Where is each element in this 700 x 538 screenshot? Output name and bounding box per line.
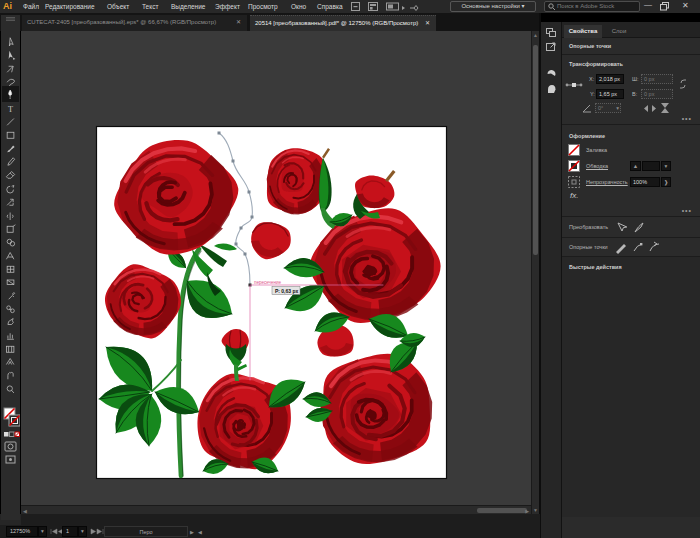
svg-text:пересечение: пересечение — [254, 280, 281, 285]
svg-text:Р: 0,63 px: Р: 0,63 px — [275, 288, 298, 294]
svg-text:T: T — [8, 105, 13, 114]
